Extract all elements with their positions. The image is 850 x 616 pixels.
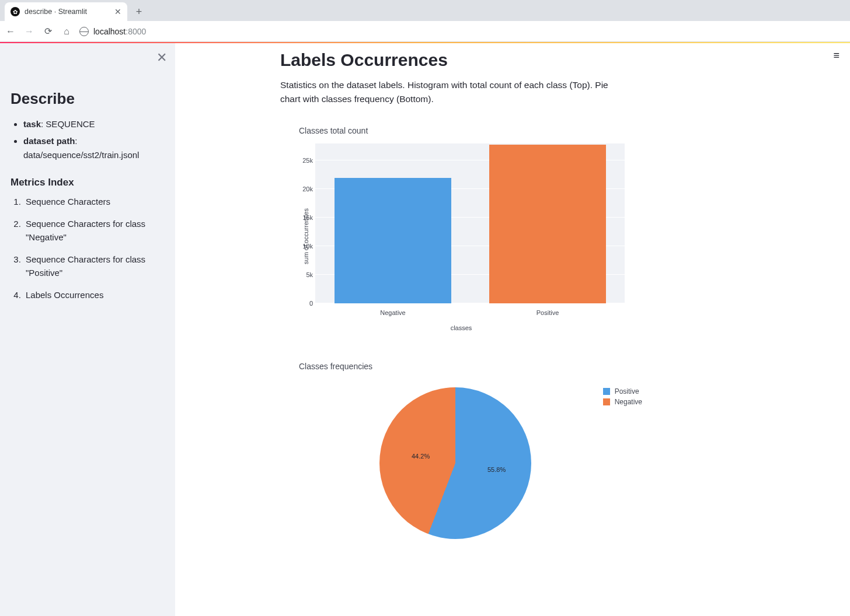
metrics-index-item[interactable]: Sequence Characters for class "Negative" xyxy=(23,218,165,244)
address-bar[interactable]: localhost:8000 xyxy=(79,27,146,36)
home-button[interactable]: ⌂ xyxy=(61,26,72,37)
x-tick: Positive xyxy=(537,309,559,316)
bar-chart-block: Classes total count sum of occurrences c… xyxy=(280,126,724,332)
back-button[interactable]: ← xyxy=(5,26,16,37)
bar-negative[interactable] xyxy=(335,178,451,303)
y-tick: 15k xyxy=(298,214,313,221)
pie-slice-label-negative: 44.2% xyxy=(412,453,430,460)
main-content: ≡ Labels Occurrences Statistics on the d… xyxy=(175,43,850,616)
tab-title: describe · Streamlit xyxy=(25,8,87,16)
bar-positive[interactable] xyxy=(489,145,606,303)
bar-chart-title: Classes total count xyxy=(299,126,724,135)
url-host: localhost xyxy=(93,27,126,36)
sidebar-title: Describe xyxy=(11,90,165,108)
x-tick: Negative xyxy=(380,309,405,316)
list-item: dataset path: data/sequence/sst2/train.j… xyxy=(23,134,165,162)
pie-chart-title: Classes frequencies xyxy=(299,362,724,371)
metrics-index-item[interactable]: Labels Occurrences xyxy=(23,289,165,302)
sidebar: ✕ Describe task: SEQUENCE dataset path: … xyxy=(0,43,175,616)
legend-swatch-icon xyxy=(603,388,610,395)
pie-graphic xyxy=(379,387,531,539)
legend-label: Negative xyxy=(615,398,642,406)
metrics-index-item[interactable]: Sequence Characters for class "Positive" xyxy=(23,253,165,279)
pie-chart[interactable]: 55.8% 44.2% Positive Negative xyxy=(280,376,642,562)
page-description: Statistics on the dataset labels. Histog… xyxy=(280,78,630,106)
y-tick: 0 xyxy=(298,300,313,307)
new-tab-button[interactable]: + xyxy=(131,4,147,20)
list-item: task: SEQUENCE xyxy=(23,117,165,131)
sidebar-meta-list: task: SEQUENCE dataset path: data/sequen… xyxy=(11,117,165,162)
legend-item[interactable]: Negative xyxy=(603,398,642,406)
pie-legend: Positive Negative xyxy=(603,387,642,408)
sidebar-close-icon[interactable]: ✕ xyxy=(156,50,167,65)
legend-label: Positive xyxy=(615,387,639,396)
url-port: :8000 xyxy=(126,27,146,36)
legend-item[interactable]: Positive xyxy=(603,387,642,396)
page-heading: Labels Occurrences xyxy=(280,50,724,70)
y-tick: 20k xyxy=(298,186,313,192)
legend-swatch-icon xyxy=(603,398,610,405)
pie-slice-label-positive: 55.8% xyxy=(487,466,506,473)
favicon-icon: ✿ xyxy=(11,7,20,16)
reload-button[interactable]: ⟳ xyxy=(42,26,54,37)
globe-icon xyxy=(79,27,89,36)
hamburger-menu-icon[interactable]: ≡ xyxy=(833,50,839,61)
close-tab-icon[interactable]: ✕ xyxy=(114,7,121,16)
metrics-index-heading: Metrics Index xyxy=(11,177,165,188)
x-axis-label: classes xyxy=(451,324,472,331)
y-tick: 10k xyxy=(298,243,313,250)
browser-tab[interactable]: ✿ describe · Streamlit ✕ xyxy=(5,2,127,21)
bar-chart[interactable]: sum of occurrences classes 0 5k 10k 15k … xyxy=(280,140,642,332)
browser-tabstrip: ✿ describe · Streamlit ✕ + xyxy=(0,0,850,21)
pie-chart-block: Classes frequencies 55.8% 44.2% Positive… xyxy=(280,362,724,562)
forward-button[interactable]: → xyxy=(23,26,35,37)
metrics-index-item[interactable]: Sequence Characters xyxy=(23,195,165,209)
y-tick: 25k xyxy=(298,157,313,164)
browser-toolbar: ← → ⟳ ⌂ localhost:8000 xyxy=(0,21,850,42)
y-tick: 5k xyxy=(298,271,313,278)
metrics-index-list: Sequence Characters Sequence Characters … xyxy=(11,195,165,302)
